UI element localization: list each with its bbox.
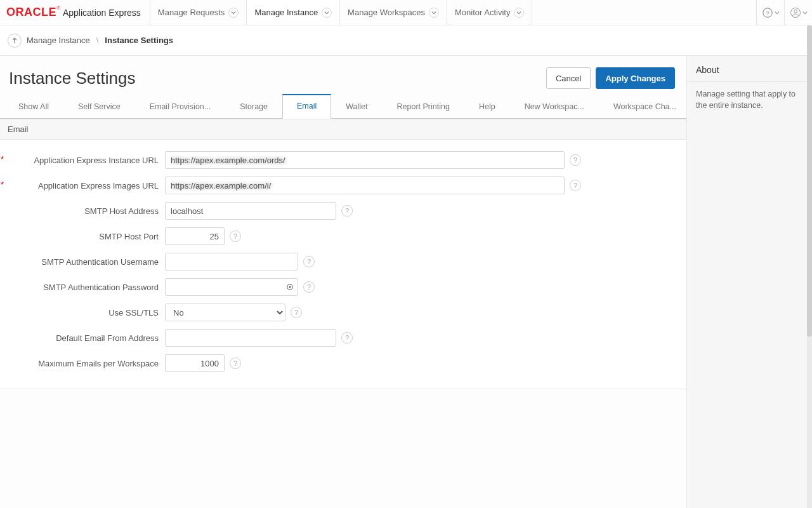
tab-self-service[interactable]: Self Service: [63, 95, 135, 119]
apply-changes-button[interactable]: Apply Changes: [596, 67, 675, 89]
label-smtp-host: SMTP Host Address: [0, 206, 165, 216]
svg-text:?: ?: [766, 9, 769, 16]
tab-show-all[interactable]: Show All: [4, 95, 63, 119]
label-images-url: Application Express Images URL: [0, 181, 165, 190]
tab-wallet[interactable]: Wallet: [331, 95, 382, 119]
top-nav-tabs: Manage Requests Manage Instance Manage W…: [150, 0, 533, 25]
about-sidebar: About Manage setting that apply to the e…: [686, 56, 812, 508]
row-smtp-port: SMTP Host Port ?: [0, 224, 686, 249]
brand-reg-mark: ®: [56, 5, 60, 11]
nav-tab-manage-requests[interactable]: Manage Requests: [150, 0, 247, 25]
chevron-down-icon[interactable]: [429, 8, 439, 18]
user-menu[interactable]: [784, 0, 812, 25]
tab-email[interactable]: Email: [282, 94, 331, 119]
chevron-down-icon: [775, 10, 780, 15]
tab-new-workspace[interactable]: New Workspac...: [510, 95, 599, 119]
help-icon[interactable]: ?: [570, 154, 581, 166]
help-icon[interactable]: ?: [291, 307, 302, 318]
input-max-emails[interactable]: [165, 354, 225, 372]
tab-workspace-change[interactable]: Workspace Cha...: [599, 95, 686, 119]
topbar-right: ?: [756, 0, 812, 25]
row-use-ssl: Use SSL/TLS No Yes ?: [0, 300, 686, 325]
help-icon[interactable]: ?: [230, 358, 241, 369]
select-use-ssl[interactable]: No Yes: [165, 304, 285, 321]
row-smtp-host: SMTP Host Address ?: [0, 198, 686, 224]
help-icon[interactable]: ?: [341, 332, 353, 344]
page-header: Instance Settings Cancel Apply Changes: [0, 56, 686, 94]
top-navbar: ORACLE® Application Express Manage Reque…: [0, 0, 812, 25]
input-smtp-user[interactable]: [165, 253, 298, 271]
nav-tab-label: Manage Instance: [254, 8, 318, 17]
page-body: Instance Settings Cancel Apply Changes S…: [0, 56, 812, 508]
row-smtp-pass: SMTP Authentication Password ?: [0, 274, 686, 300]
svg-point-5: [289, 286, 291, 288]
help-icon: ?: [762, 7, 773, 18]
input-images-url[interactable]: [165, 177, 565, 194]
nav-tab-label: Monitor Activity: [455, 8, 510, 17]
chevron-down-icon[interactable]: [228, 8, 239, 18]
row-images-url: Application Express Images URL ?: [0, 173, 686, 198]
help-icon[interactable]: ?: [303, 256, 315, 267]
chevron-down-icon: [802, 10, 808, 15]
row-smtp-user: SMTP Authentication Username ?: [0, 249, 686, 274]
arrow-up-icon: [11, 37, 18, 44]
tab-email-provisioning[interactable]: Email Provision...: [135, 95, 226, 119]
chevron-down-icon[interactable]: [514, 8, 524, 18]
row-instance-url: Application Express Instance URL ?: [0, 147, 686, 173]
main-column: Instance Settings Cancel Apply Changes S…: [0, 56, 686, 508]
section-header-email: Email: [0, 119, 686, 140]
input-smtp-port[interactable]: [165, 227, 225, 245]
password-reveal-icon[interactable]: [284, 281, 296, 293]
tab-report-printing[interactable]: Report Printing: [383, 95, 464, 119]
form-email-settings: Application Express Instance URL ? Appli…: [0, 140, 686, 389]
nav-tab-manage-workspaces[interactable]: Manage Workspaces: [340, 0, 447, 25]
breadcrumb: Manage Instance \ Instance Settings: [0, 25, 812, 56]
help-icon[interactable]: ?: [341, 205, 353, 217]
input-default-from[interactable]: [165, 329, 336, 347]
label-default-from: Default Email From Address: [0, 333, 165, 343]
input-smtp-pass[interactable]: [165, 278, 298, 296]
user-icon: [790, 7, 801, 18]
help-icon[interactable]: ?: [230, 231, 241, 242]
label-instance-url: Application Express Instance URL: [0, 156, 165, 165]
svg-point-3: [794, 10, 797, 13]
tab-storage[interactable]: Storage: [225, 95, 282, 119]
input-smtp-host[interactable]: [165, 202, 336, 220]
help-icon[interactable]: ?: [303, 281, 315, 293]
breadcrumb-up-button[interactable]: [8, 34, 22, 48]
nav-tab-label: Manage Workspaces: [348, 8, 425, 17]
label-smtp-pass: SMTP Authentication Password: [0, 283, 165, 292]
nav-tab-label: Manage Requests: [158, 8, 225, 17]
sidebar-title: About: [687, 56, 812, 82]
nav-tab-manage-instance[interactable]: Manage Instance: [247, 0, 340, 25]
input-instance-url[interactable]: [165, 151, 565, 169]
sidebar-body: Manage setting that apply to the entire …: [687, 82, 812, 117]
tab-help[interactable]: Help: [464, 95, 510, 119]
help-menu[interactable]: ?: [756, 0, 784, 25]
nav-tab-monitor-activity[interactable]: Monitor Activity: [447, 0, 532, 25]
label-use-ssl: Use SSL/TLS: [0, 308, 165, 318]
brand-suffix: Application Express: [63, 8, 141, 18]
brand-logo[interactable]: ORACLE® Application Express: [0, 0, 150, 25]
row-max-emails: Maximum Emails per Workspace ?: [0, 351, 686, 376]
label-smtp-port: SMTP Host Port: [0, 232, 165, 241]
page-actions: Cancel Apply Changes: [546, 67, 675, 89]
help-icon[interactable]: ?: [570, 180, 581, 191]
chevron-down-icon[interactable]: [322, 8, 332, 18]
breadcrumb-current: Instance Settings: [105, 36, 173, 45]
sub-tabs: Show All Self Service Email Provision...…: [0, 94, 686, 119]
row-default-from: Default Email From Address ?: [0, 325, 686, 351]
breadcrumb-separator: \: [96, 36, 99, 45]
breadcrumb-link[interactable]: Manage Instance: [27, 36, 90, 45]
brand-oracle: ORACLE: [6, 6, 56, 19]
label-max-emails: Maximum Emails per Workspace: [0, 359, 165, 368]
label-smtp-user: SMTP Authentication Username: [0, 257, 165, 267]
scrollbar-thumb[interactable]: [807, 25, 812, 337]
cancel-button[interactable]: Cancel: [546, 67, 591, 89]
page-title: Instance Settings: [9, 69, 135, 88]
